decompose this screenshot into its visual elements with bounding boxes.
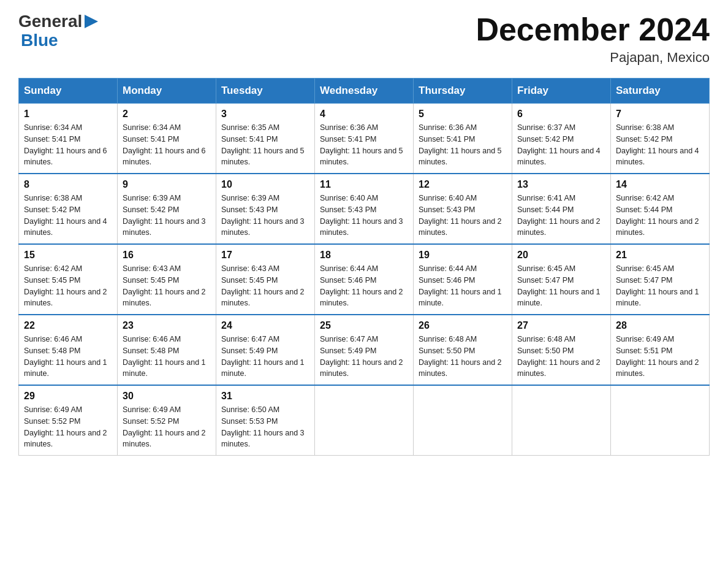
week-row-1: 1 Sunrise: 6:34 AMSunset: 5:41 PMDayligh… <box>19 104 710 174</box>
location-text: Pajapan, Mexico <box>476 50 710 66</box>
title-section: December 2024 Pajapan, Mexico <box>476 12 710 66</box>
day-header-sunday: Sunday <box>19 79 118 104</box>
day-info: Sunrise: 6:47 AMSunset: 5:49 PMDaylight:… <box>221 334 309 380</box>
day-number: 7 <box>616 109 704 120</box>
calendar-cell: 8 Sunrise: 6:38 AMSunset: 5:42 PMDayligh… <box>19 174 118 244</box>
day-header-tuesday: Tuesday <box>216 79 315 104</box>
day-number: 27 <box>517 320 605 331</box>
calendar-cell: 30 Sunrise: 6:49 AMSunset: 5:52 PMDaylig… <box>118 385 216 456</box>
day-number: 10 <box>221 179 309 190</box>
day-info: Sunrise: 6:48 AMSunset: 5:50 PMDaylight:… <box>517 334 605 380</box>
day-info: Sunrise: 6:45 AMSunset: 5:47 PMDaylight:… <box>517 263 605 309</box>
day-info: Sunrise: 6:47 AMSunset: 5:49 PMDaylight:… <box>320 334 408 380</box>
calendar-cell: 23 Sunrise: 6:46 AMSunset: 5:48 PMDaylig… <box>118 315 216 385</box>
logo-blue-text: Blue <box>21 31 98 50</box>
calendar-cell <box>611 385 710 456</box>
day-header-wednesday: Wednesday <box>315 79 414 104</box>
day-number: 4 <box>320 109 408 120</box>
calendar-cell: 18 Sunrise: 6:44 AMSunset: 5:46 PMDaylig… <box>315 244 414 315</box>
calendar-cell: 21 Sunrise: 6:45 AMSunset: 5:47 PMDaylig… <box>611 244 710 315</box>
calendar-cell: 15 Sunrise: 6:42 AMSunset: 5:45 PMDaylig… <box>19 244 118 315</box>
week-row-2: 8 Sunrise: 6:38 AMSunset: 5:42 PMDayligh… <box>19 174 710 244</box>
calendar-cell: 31 Sunrise: 6:50 AMSunset: 5:53 PMDaylig… <box>216 385 315 456</box>
day-info: Sunrise: 6:48 AMSunset: 5:50 PMDaylight:… <box>419 334 507 380</box>
week-row-4: 22 Sunrise: 6:46 AMSunset: 5:48 PMDaylig… <box>19 315 710 385</box>
calendar-cell: 27 Sunrise: 6:48 AMSunset: 5:50 PMDaylig… <box>512 315 611 385</box>
day-number: 15 <box>24 250 112 261</box>
calendar-cell: 4 Sunrise: 6:36 AMSunset: 5:41 PMDayligh… <box>315 104 414 174</box>
day-number: 21 <box>616 250 704 261</box>
day-number: 12 <box>419 179 507 190</box>
day-number: 9 <box>123 179 211 190</box>
day-number: 8 <box>24 179 112 190</box>
day-number: 3 <box>221 109 309 120</box>
calendar-table: SundayMondayTuesdayWednesdayThursdayFrid… <box>18 78 710 456</box>
day-info: Sunrise: 6:49 AMSunset: 5:52 PMDaylight:… <box>123 404 211 450</box>
calendar-cell: 26 Sunrise: 6:48 AMSunset: 5:50 PMDaylig… <box>414 315 512 385</box>
calendar-cell: 7 Sunrise: 6:38 AMSunset: 5:42 PMDayligh… <box>611 104 710 174</box>
calendar-cell: 9 Sunrise: 6:39 AMSunset: 5:42 PMDayligh… <box>118 174 216 244</box>
day-number: 26 <box>419 320 507 331</box>
day-info: Sunrise: 6:44 AMSunset: 5:46 PMDaylight:… <box>419 263 507 309</box>
month-title: December 2024 <box>476 12 710 47</box>
day-info: Sunrise: 6:43 AMSunset: 5:45 PMDaylight:… <box>123 263 211 309</box>
week-row-3: 15 Sunrise: 6:42 AMSunset: 5:45 PMDaylig… <box>19 244 710 315</box>
day-number: 30 <box>123 391 211 402</box>
day-info: Sunrise: 6:39 AMSunset: 5:43 PMDaylight:… <box>221 193 309 239</box>
day-number: 2 <box>123 109 211 120</box>
calendar-cell: 29 Sunrise: 6:49 AMSunset: 5:52 PMDaylig… <box>19 385 118 456</box>
calendar-cell: 19 Sunrise: 6:44 AMSunset: 5:46 PMDaylig… <box>414 244 512 315</box>
logo-general-text: General <box>18 12 82 31</box>
calendar-cell: 13 Sunrise: 6:41 AMSunset: 5:44 PMDaylig… <box>512 174 611 244</box>
calendar-cell: 24 Sunrise: 6:47 AMSunset: 5:49 PMDaylig… <box>216 315 315 385</box>
day-number: 18 <box>320 250 408 261</box>
day-info: Sunrise: 6:44 AMSunset: 5:46 PMDaylight:… <box>320 263 408 309</box>
day-number: 28 <box>616 320 704 331</box>
day-info: Sunrise: 6:34 AMSunset: 5:41 PMDaylight:… <box>24 122 112 168</box>
day-number: 5 <box>419 109 507 120</box>
day-number: 6 <box>517 109 605 120</box>
day-info: Sunrise: 6:39 AMSunset: 5:42 PMDaylight:… <box>123 193 211 239</box>
calendar-cell: 20 Sunrise: 6:45 AMSunset: 5:47 PMDaylig… <box>512 244 611 315</box>
calendar-cell: 25 Sunrise: 6:47 AMSunset: 5:49 PMDaylig… <box>315 315 414 385</box>
day-info: Sunrise: 6:46 AMSunset: 5:48 PMDaylight:… <box>24 334 112 380</box>
day-number: 24 <box>221 320 309 331</box>
calendar-cell: 3 Sunrise: 6:35 AMSunset: 5:41 PMDayligh… <box>216 104 315 174</box>
day-info: Sunrise: 6:36 AMSunset: 5:41 PMDaylight:… <box>320 122 408 168</box>
day-info: Sunrise: 6:42 AMSunset: 5:44 PMDaylight:… <box>616 193 704 239</box>
day-info: Sunrise: 6:50 AMSunset: 5:53 PMDaylight:… <box>221 404 309 450</box>
day-number: 29 <box>24 391 112 402</box>
calendar-cell: 14 Sunrise: 6:42 AMSunset: 5:44 PMDaylig… <box>611 174 710 244</box>
day-info: Sunrise: 6:34 AMSunset: 5:41 PMDaylight:… <box>123 122 211 168</box>
day-number: 22 <box>24 320 112 331</box>
day-number: 13 <box>517 179 605 190</box>
day-info: Sunrise: 6:38 AMSunset: 5:42 PMDaylight:… <box>24 193 112 239</box>
day-number: 20 <box>517 250 605 261</box>
calendar-cell <box>512 385 611 456</box>
day-info: Sunrise: 6:49 AMSunset: 5:52 PMDaylight:… <box>24 404 112 450</box>
day-header-friday: Friday <box>512 79 611 104</box>
calendar-cell: 2 Sunrise: 6:34 AMSunset: 5:41 PMDayligh… <box>118 104 216 174</box>
calendar-cell: 10 Sunrise: 6:39 AMSunset: 5:43 PMDaylig… <box>216 174 315 244</box>
day-info: Sunrise: 6:41 AMSunset: 5:44 PMDaylight:… <box>517 193 605 239</box>
calendar-cell: 16 Sunrise: 6:43 AMSunset: 5:45 PMDaylig… <box>118 244 216 315</box>
day-number: 31 <box>221 391 309 402</box>
page-header: General Blue December 2024 Pajapan, Mexi… <box>18 12 710 66</box>
calendar-cell: 1 Sunrise: 6:34 AMSunset: 5:41 PMDayligh… <box>19 104 118 174</box>
day-header-thursday: Thursday <box>414 79 512 104</box>
day-number: 14 <box>616 179 704 190</box>
day-number: 23 <box>123 320 211 331</box>
calendar-cell: 17 Sunrise: 6:43 AMSunset: 5:45 PMDaylig… <box>216 244 315 315</box>
calendar-cell: 11 Sunrise: 6:40 AMSunset: 5:43 PMDaylig… <box>315 174 414 244</box>
day-number: 19 <box>419 250 507 261</box>
calendar-cell: 6 Sunrise: 6:37 AMSunset: 5:42 PMDayligh… <box>512 104 611 174</box>
days-header-row: SundayMondayTuesdayWednesdayThursdayFrid… <box>19 79 710 104</box>
day-info: Sunrise: 6:35 AMSunset: 5:41 PMDaylight:… <box>221 122 309 168</box>
day-info: Sunrise: 6:45 AMSunset: 5:47 PMDaylight:… <box>616 263 704 309</box>
logo-arrow-icon <box>85 15 98 28</box>
calendar-cell <box>414 385 512 456</box>
day-number: 11 <box>320 179 408 190</box>
logo: General Blue <box>18 12 98 50</box>
day-number: 17 <box>221 250 309 261</box>
calendar-cell: 12 Sunrise: 6:40 AMSunset: 5:43 PMDaylig… <box>414 174 512 244</box>
